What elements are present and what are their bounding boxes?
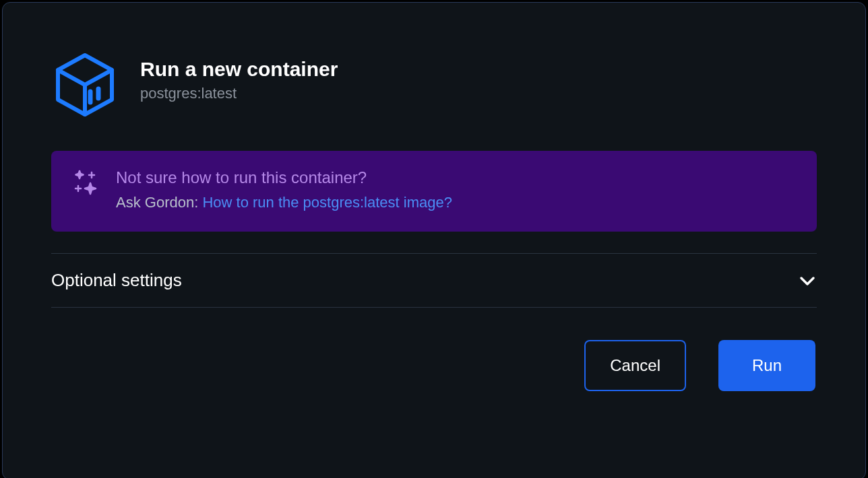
cancel-button[interactable]: Cancel xyxy=(584,340,686,391)
container-icon xyxy=(51,51,119,118)
dialog-title: Run a new container xyxy=(140,58,338,81)
header-text: Run a new container postgres:latest xyxy=(140,51,338,102)
help-banner: Not sure how to run this container? Ask … xyxy=(51,151,817,232)
ask-gordon-link[interactable]: How to run the postgres:latest image? xyxy=(202,194,452,211)
optional-settings-toggle[interactable]: Optional settings xyxy=(51,253,817,308)
dialog-header: Run a new container postgres:latest xyxy=(51,51,817,118)
run-button[interactable]: Run xyxy=(718,340,815,391)
dialog-image-name: postgres:latest xyxy=(140,85,338,102)
chevron-down-icon xyxy=(798,271,817,290)
optional-settings-label: Optional settings xyxy=(51,270,182,291)
banner-text: Not sure how to run this container? Ask … xyxy=(116,168,797,211)
run-container-dialog: Run a new container postgres:latest Not … xyxy=(2,2,866,478)
sparkle-icon xyxy=(71,168,100,197)
banner-prompt: Ask Gordon: How to run the postgres:late… xyxy=(116,194,797,211)
banner-title: Not sure how to run this container? xyxy=(116,168,797,187)
banner-prompt-prefix: Ask Gordon: xyxy=(116,194,202,211)
dialog-actions: Cancel Run xyxy=(51,340,817,391)
